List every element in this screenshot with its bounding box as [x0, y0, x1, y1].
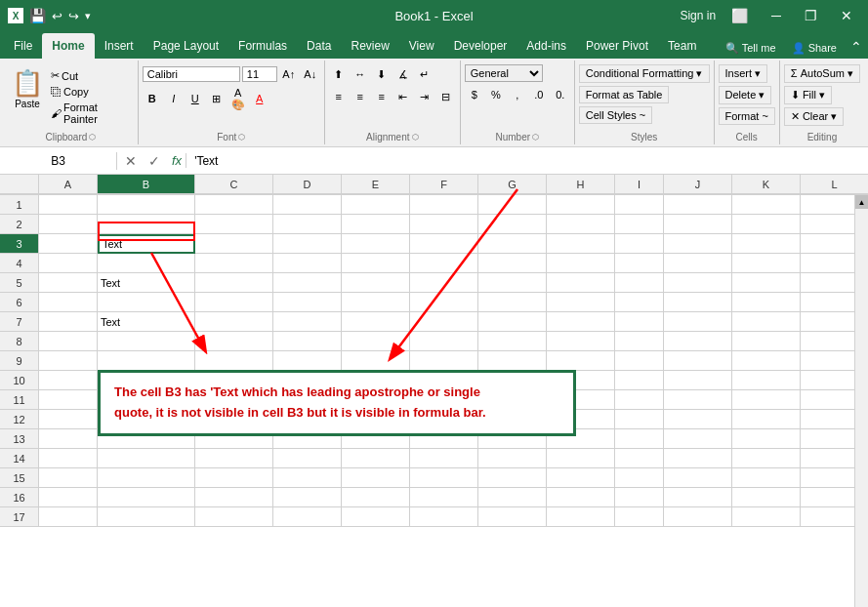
cell-b3[interactable]: Text [98, 234, 195, 254]
cell-i8[interactable] [615, 332, 664, 351]
tab-view[interactable]: View [399, 33, 444, 59]
cell-g9[interactable] [478, 351, 547, 371]
col-header-e[interactable]: E [342, 175, 410, 194]
font-size-input[interactable] [242, 66, 277, 82]
cell-k9[interactable] [732, 351, 801, 371]
tab-team[interactable]: Team [658, 33, 706, 59]
row-header-1[interactable]: 1 [0, 195, 39, 215]
cancel-formula-btn[interactable]: ✕ [121, 151, 141, 171]
col-header-d[interactable]: D [273, 175, 342, 194]
text-angle-btn[interactable]: ∡ [393, 64, 413, 84]
cell-j16[interactable] [664, 488, 732, 507]
cell-c11[interactable] [195, 390, 273, 410]
cell-a13[interactable] [39, 429, 98, 449]
cell-e8[interactable] [342, 332, 410, 351]
cell-g4[interactable] [478, 254, 547, 273]
cell-k1[interactable] [732, 195, 801, 215]
cell-c17[interactable] [195, 507, 273, 527]
cell-c4[interactable] [195, 254, 273, 273]
cell-i3[interactable] [615, 234, 664, 254]
cell-b17[interactable] [98, 507, 195, 527]
quick-save[interactable]: 💾 [29, 8, 46, 23]
col-header-l[interactable]: L [801, 175, 868, 194]
italic-btn[interactable]: I [164, 89, 184, 108]
cell-h11[interactable] [547, 390, 615, 410]
cell-d4[interactable] [273, 254, 342, 273]
cell-d8[interactable] [273, 332, 342, 351]
cell-f11[interactable] [410, 390, 478, 410]
window-maximize-btn[interactable]: ❐ [797, 6, 825, 25]
row-header-12[interactable]: 12 [0, 410, 39, 429]
cell-k7[interactable] [732, 312, 801, 332]
cell-a7[interactable] [39, 312, 98, 332]
cell-k12[interactable] [732, 410, 801, 429]
cell-j12[interactable] [664, 410, 732, 429]
cell-a3[interactable] [39, 234, 98, 254]
cell-j10[interactable] [664, 371, 732, 390]
cell-j6[interactable] [664, 293, 732, 312]
cell-h1[interactable] [547, 195, 615, 215]
col-header-b[interactable]: B [98, 175, 195, 194]
cell-a2[interactable] [39, 215, 98, 234]
cell-g6[interactable] [478, 293, 547, 312]
cell-e14[interactable] [342, 449, 410, 468]
cell-c14[interactable] [195, 449, 273, 468]
cell-l1[interactable] [801, 195, 854, 215]
percent-btn[interactable]: % [486, 85, 506, 104]
cell-d13[interactable] [273, 429, 342, 449]
cell-h10[interactable] [547, 371, 615, 390]
cell-d3[interactable] [273, 234, 342, 254]
cell-e2[interactable] [342, 215, 410, 234]
cell-i17[interactable] [615, 507, 664, 527]
cell-j2[interactable] [664, 215, 732, 234]
cell-l16[interactable] [801, 488, 854, 507]
col-header-c[interactable]: C [195, 175, 273, 194]
cell-f10[interactable] [410, 371, 478, 390]
wrap-text-btn[interactable]: ↵ [415, 64, 434, 84]
cell-l4[interactable] [801, 254, 854, 273]
cell-f4[interactable] [410, 254, 478, 273]
cell-d12[interactable] [273, 410, 342, 429]
cell-a16[interactable] [39, 488, 98, 507]
cell-l17[interactable] [801, 507, 854, 527]
cell-d17[interactable] [273, 507, 342, 527]
cell-f6[interactable] [410, 293, 478, 312]
cell-a15[interactable] [39, 468, 98, 488]
cell-l15[interactable] [801, 468, 854, 488]
cell-e13[interactable] [342, 429, 410, 449]
cell-b5[interactable]: Text [98, 273, 195, 293]
cell-g1[interactable] [478, 195, 547, 215]
align-center-btn[interactable]: ≡ [351, 87, 370, 106]
font-expand[interactable]: ⬡ [238, 133, 245, 142]
merge-btn[interactable]: ⊟ [436, 87, 456, 106]
cell-c6[interactable] [195, 293, 273, 312]
cell-k13[interactable] [732, 429, 801, 449]
cell-e7[interactable] [342, 312, 410, 332]
cell-k17[interactable] [732, 507, 801, 527]
cell-d1[interactable] [273, 195, 342, 215]
sign-in-btn[interactable]: Sign in [680, 9, 716, 22]
cell-i15[interactable] [615, 468, 664, 488]
tab-developer[interactable]: Developer [444, 33, 517, 59]
col-header-h[interactable]: H [547, 175, 615, 194]
tab-review[interactable]: Review [341, 33, 398, 59]
cut-btn[interactable]: ✂ Cut [49, 68, 134, 83]
cell-a4[interactable] [39, 254, 98, 273]
cell-h2[interactable] [547, 215, 615, 234]
cell-k4[interactable] [732, 254, 801, 273]
cell-d2[interactable] [273, 215, 342, 234]
col-header-k[interactable]: K [732, 175, 801, 194]
bold-btn[interactable]: B [143, 89, 162, 108]
cell-l6[interactable] [801, 293, 854, 312]
cell-g3[interactable] [478, 234, 547, 254]
tab-home[interactable]: Home [42, 33, 94, 59]
autosum-btn[interactable]: Σ AutoSum ▾ [784, 64, 860, 83]
tab-add-ins[interactable]: Add-ins [517, 33, 576, 59]
row-header-9[interactable]: 9 [0, 351, 39, 371]
cell-l13[interactable] [801, 429, 854, 449]
cell-a9[interactable] [39, 351, 98, 371]
cell-g17[interactable] [478, 507, 547, 527]
cell-i7[interactable] [615, 312, 664, 332]
name-box[interactable] [0, 152, 117, 170]
cell-h15[interactable] [547, 468, 615, 488]
